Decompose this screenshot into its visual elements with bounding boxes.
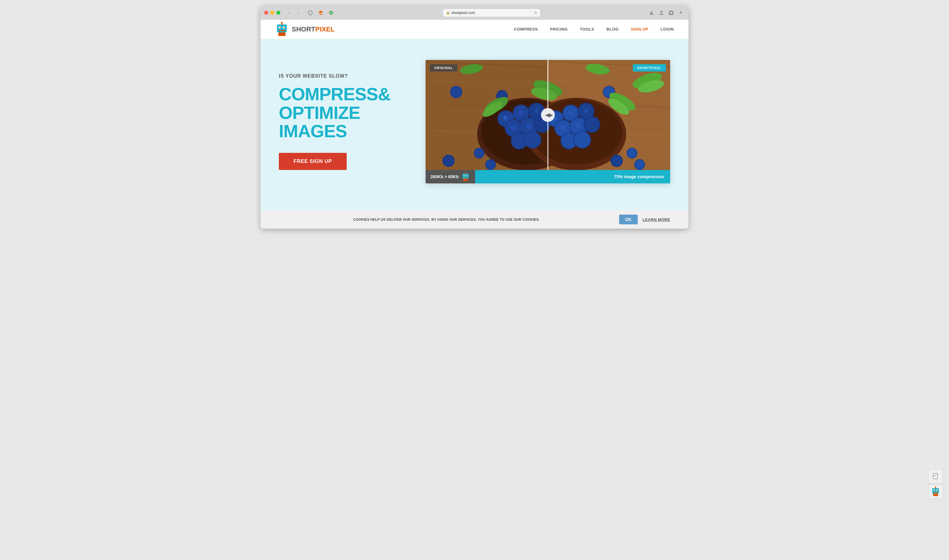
url-text: shortpixel.com — [452, 11, 475, 15]
svg-point-116 — [465, 175, 465, 176]
svg-point-92 — [628, 149, 637, 158]
compression-pct-area: 75% image compression — [475, 170, 670, 183]
hero-title-line3: IMAGES — [279, 121, 347, 141]
share-icon[interactable] — [657, 9, 665, 17]
robot-small-icon — [461, 172, 470, 181]
svg-point-121 — [465, 172, 466, 173]
hero-left: IS YOUR WEBSITE SLOW? COMPRESS& OPTIMIZE… — [279, 73, 407, 170]
close-button[interactable] — [264, 11, 268, 15]
nav-compress[interactable]: COMPRESS — [514, 27, 538, 31]
svg-rect-11 — [279, 30, 281, 31]
svg-rect-6 — [277, 25, 287, 32]
nav-signup[interactable]: SIGN UP — [631, 27, 648, 31]
svg-point-9 — [280, 27, 281, 28]
logo-robot-icon — [275, 22, 289, 37]
svg-point-55 — [524, 132, 541, 148]
maximize-button[interactable] — [276, 11, 280, 15]
browser-controls-left: ABP G — [306, 9, 335, 17]
adblock-icon: ABP — [317, 9, 325, 17]
hero-right: ◀ ▶ ORIGINAL SHORTPIXEL 260Kb > 65Kb — [426, 60, 670, 183]
logo-text: SHORTPIXEL — [292, 25, 335, 33]
svg-point-67 — [560, 125, 566, 131]
svg-rect-12 — [281, 30, 285, 31]
svg-rect-124 — [466, 179, 467, 180]
image-comparison: ◀ ▶ ORIGINAL SHORTPIXEL 260Kb > 65Kb — [426, 60, 670, 183]
svg-point-76 — [574, 132, 591, 148]
svg-point-14 — [281, 22, 283, 23]
nav-login[interactable]: LOGIN — [660, 27, 674, 31]
label-original: ORIGINAL — [430, 64, 457, 72]
hero-title-line1: COMPRESS& — [279, 84, 391, 104]
site-nav: COMPRESS PRICING TOOLS BLOG SIGN UP LOGI… — [514, 27, 674, 31]
svg-point-43 — [534, 109, 539, 113]
compression-size-label: 260Kb > 65Kb — [426, 170, 475, 183]
svg-rect-118 — [464, 177, 465, 178]
tabs-icon[interactable] — [667, 9, 675, 17]
free-signup-button[interactable]: FREE SIGN UP — [279, 153, 347, 170]
extension-icon: G — [327, 9, 335, 17]
svg-point-82 — [443, 155, 454, 166]
svg-rect-113 — [463, 174, 469, 178]
svg-point-84 — [486, 160, 495, 169]
forward-button[interactable]: › — [294, 9, 302, 17]
hero-title-line2: OPTIMIZE — [279, 103, 360, 123]
size-text: 260Kb > 65Kb — [431, 174, 458, 179]
svg-rect-122 — [463, 178, 468, 181]
svg-point-61 — [569, 110, 573, 115]
back-button[interactable]: ‹ — [285, 9, 293, 17]
lock-icon: 🔒 — [446, 11, 450, 14]
svg-rect-123 — [464, 179, 465, 180]
add-tab-button[interactable]: + — [677, 9, 685, 17]
svg-text:▶: ▶ — [549, 112, 553, 118]
svg-point-70 — [576, 123, 581, 129]
svg-point-10 — [284, 27, 285, 28]
svg-point-80 — [475, 149, 484, 158]
svg-rect-15 — [278, 32, 286, 36]
svg-text:G: G — [330, 12, 332, 14]
svg-point-37 — [503, 116, 506, 118]
svg-point-94 — [611, 155, 622, 166]
site-header: SHORTPIXEL COMPRESS PRICING TOOLS BLOG S… — [260, 20, 689, 39]
svg-rect-17 — [283, 33, 285, 35]
svg-point-78 — [451, 87, 461, 97]
cookie-learn-more[interactable]: LEARN MORE — [643, 217, 670, 222]
cookie-text: COOKIES HELP US DELIVER OUR SERVICES. BY… — [279, 218, 614, 221]
cookie-ok-button[interactable]: OK — [619, 215, 638, 225]
svg-rect-119 — [465, 177, 467, 178]
hero-section: IS YOUR WEBSITE SLOW? COMPRESS& OPTIMIZE… — [260, 39, 689, 210]
svg-point-46 — [511, 125, 517, 131]
refresh-icon[interactable]: ↻ — [534, 11, 537, 15]
svg-point-117 — [467, 175, 468, 176]
nav-pricing[interactable]: PRICING — [550, 27, 568, 31]
nav-blog[interactable]: BLOG — [607, 27, 619, 31]
svg-point-40 — [519, 110, 523, 115]
logo-area: SHORTPIXEL — [275, 22, 335, 37]
traffic-lights — [264, 11, 280, 15]
svg-point-96 — [635, 160, 644, 169]
address-bar-container: 🔒 shortpixel.com ↻ — [338, 9, 645, 17]
browser-window: ‹ › ABP G — [260, 6, 689, 229]
website-content: SHORTPIXEL COMPRESS PRICING TOOLS BLOG S… — [260, 20, 689, 229]
svg-rect-16 — [280, 33, 281, 35]
browser-controls-right: + — [648, 9, 685, 17]
comparison-images: ◀ ▶ ORIGINAL SHORTPIXEL — [426, 60, 670, 170]
hero-title: COMPRESS& OPTIMIZE IMAGES — [279, 85, 407, 141]
svg-rect-5 — [670, 12, 672, 14]
compression-pct-text: 75% image compression — [614, 174, 664, 179]
address-bar[interactable]: 🔒 shortpixel.com ↻ — [443, 9, 541, 17]
svg-point-49 — [526, 123, 532, 129]
download-icon[interactable] — [648, 9, 655, 17]
hero-subtitle: IS YOUR WEBSITE SLOW? — [279, 73, 407, 79]
label-shortpixel: SHORTPIXEL — [633, 64, 666, 72]
cookie-banner: COOKIES HELP US DELIVER OUR SERVICES. BY… — [260, 210, 689, 229]
browser-titlebar: ‹ › ABP G — [260, 6, 689, 20]
svg-point-64 — [584, 109, 589, 113]
svg-text:ABP: ABP — [318, 12, 323, 14]
minimize-button[interactable] — [270, 11, 274, 15]
blueberry-image: ◀ ▶ — [426, 60, 670, 170]
compression-bar: 260Kb > 65Kb — [426, 170, 670, 183]
nav-tools[interactable]: TOOLS — [580, 27, 594, 31]
shield-icon — [306, 9, 315, 17]
nav-arrows: ‹ › — [285, 9, 302, 17]
svg-point-72 — [584, 117, 600, 132]
